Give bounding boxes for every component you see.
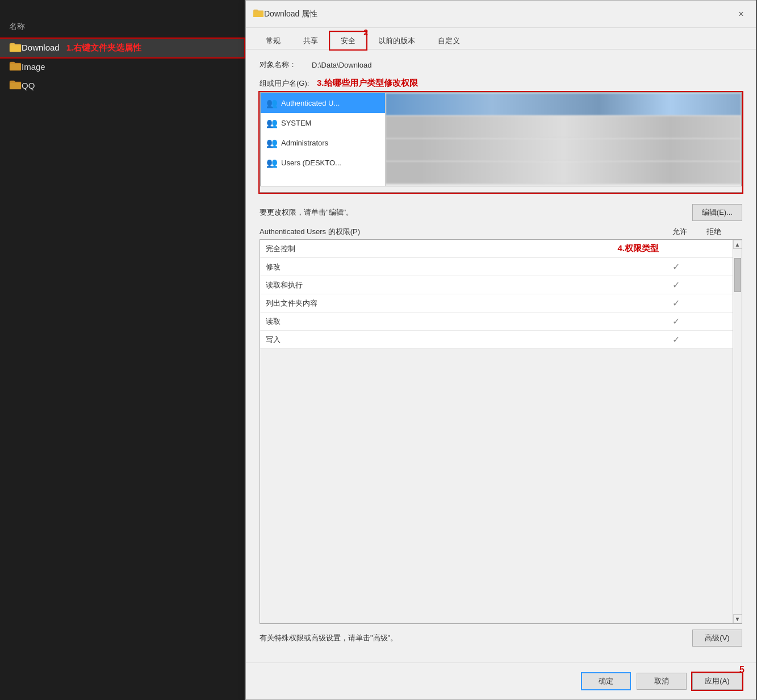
- user-item-system[interactable]: 👥 SYSTEM: [261, 113, 385, 133]
- ok-button[interactable]: 确定: [581, 672, 631, 690]
- user-item-users[interactable]: 👥 Users (DESKTO...: [261, 153, 385, 173]
- perm-allow-read: ✓: [659, 316, 693, 327]
- properties-dialog: Download 属性 × 常规 共享 安全 2 以前的版本 自定义 对象名称：…: [245, 0, 756, 700]
- object-value: D:\Data\Download: [312, 61, 372, 69]
- annotation-step1: 1.右键文件夹选属性: [66, 42, 142, 53]
- deny-col-header: 拒绝: [697, 227, 731, 237]
- perm-allow-list-folder: ✓: [659, 298, 693, 309]
- perm-name-read-execute: 读取和执行: [266, 280, 659, 290]
- apply-button[interactable]: 应用(A): [692, 673, 742, 690]
- perm-allow-write: ✓: [659, 334, 693, 345]
- permissions-table: 完全控制 4.权限类型 修改 ✓ 读取和执行 ✓: [260, 240, 733, 623]
- folder-icon-qq: [9, 80, 22, 91]
- group-label: 组或用户名(G): 3.给哪些用户类型修改权限: [260, 78, 742, 89]
- user-item-administrators[interactable]: 👥 Administrators: [261, 133, 385, 153]
- blur-row-2: [386, 116, 741, 139]
- user-list-right-panel: [386, 93, 741, 186]
- file-explorer: 名称 Download 1.右键文件夹选属性 Image QQ: [0, 0, 244, 700]
- blur-row-4: [386, 161, 741, 184]
- permissions-columns: 允许 拒绝: [663, 227, 742, 237]
- dialog-titlebar: Download 属性 ×: [246, 1, 756, 28]
- dialog-content: 对象名称： D:\Data\Download 组或用户名(G): 3.给哪些用户…: [246, 49, 756, 663]
- user-item-authenticated[interactable]: 👥 Authenticated U...: [261, 93, 385, 113]
- user-icon-authenticated: 👥: [266, 98, 278, 109]
- user-icon-users: 👥: [266, 157, 278, 168]
- dialog-close-button[interactable]: ×: [733, 6, 749, 22]
- tab-customize[interactable]: 自定义: [427, 32, 471, 49]
- dialog-footer: 确定 取消 5 应用(A): [246, 663, 756, 699]
- permissions-title: Authenticated Users 的权限(P): [260, 227, 663, 237]
- object-label: 对象名称：: [260, 60, 305, 70]
- annotation-step5-badge: 5: [739, 665, 745, 675]
- permissions-scrollbar[interactable]: ▲ ▼: [733, 240, 742, 623]
- user-list: 👥 Authenticated U... 👥 SYSTEM 👥 Administ…: [261, 93, 386, 186]
- annotation-step3: 3.给哪些用户类型修改权限: [317, 78, 418, 88]
- perm-row-full-control: 完全控制 4.权限类型: [260, 240, 733, 258]
- perm-row-list-folder: 列出文件夹内容 ✓: [260, 294, 733, 312]
- perm-name-read: 读取: [266, 316, 659, 327]
- user-name-administrators: Administrators: [281, 139, 328, 147]
- tab-security[interactable]: 安全 2: [330, 32, 366, 49]
- perm-name-full-control: 完全控制: [266, 244, 608, 254]
- perm-name-modify: 修改: [266, 262, 659, 272]
- scrollbar-thumb[interactable]: [734, 258, 741, 292]
- file-item-download[interactable]: Download 1.右键文件夹选属性: [0, 39, 244, 57]
- folder-icon-image: [9, 61, 22, 73]
- perm-row-modify: 修改 ✓: [260, 258, 733, 276]
- edit-btn-row: 要更改权限，请单击"编辑"。 编辑(E)...: [260, 204, 742, 221]
- cancel-button[interactable]: 取消: [637, 673, 687, 690]
- tab-general[interactable]: 常规: [255, 32, 291, 49]
- tab-previous-versions[interactable]: 以前的版本: [367, 32, 426, 49]
- edit-button[interactable]: 编辑(E)...: [692, 204, 742, 221]
- tabs-bar: 常规 共享 安全 2 以前的版本 自定义: [246, 28, 756, 49]
- perm-row-read-execute: 读取和执行 ✓: [260, 276, 733, 294]
- tab-share[interactable]: 共享: [292, 32, 329, 49]
- user-icon-administrators: 👥: [266, 138, 278, 148]
- file-name-qq: QQ: [22, 81, 35, 90]
- file-name-download: Download: [22, 43, 60, 52]
- blur-row-3: [386, 139, 741, 161]
- scrollbar-up-arrow[interactable]: ▲: [733, 240, 742, 249]
- perm-name-write: 写入: [266, 335, 659, 345]
- user-icon-system: 👥: [266, 118, 278, 128]
- user-name-users: Users (DESKTO...: [281, 159, 341, 167]
- user-list-container: 👥 Authenticated U... 👥 SYSTEM 👥 Administ…: [260, 93, 742, 186]
- perm-allow-read-execute: ✓: [659, 280, 693, 290]
- advanced-button[interactable]: 高级(V): [692, 630, 742, 647]
- permissions-section: Authenticated Users 的权限(P) 允许 拒绝 完全控制 4.…: [260, 227, 742, 624]
- folder-icon-download: [9, 42, 22, 54]
- dialog-title-text: Download 属性: [264, 9, 733, 19]
- perm-row-write: 写入 ✓: [260, 331, 733, 349]
- file-item-qq[interactable]: QQ: [0, 76, 244, 95]
- blur-row-1: [386, 93, 741, 116]
- scrollbar-down-arrow[interactable]: ▼: [733, 614, 742, 623]
- file-item-image[interactable]: Image: [0, 57, 244, 76]
- perm-row-read: 读取 ✓: [260, 312, 733, 331]
- permissions-header-row: Authenticated Users 的权限(P) 允许 拒绝: [260, 227, 742, 237]
- permissions-table-wrapper: 完全控制 4.权限类型 修改 ✓ 读取和执行 ✓: [260, 239, 742, 624]
- user-list-wrapper: 👥 Authenticated U... 👥 SYSTEM 👥 Administ…: [260, 92, 742, 193]
- perm-allow-modify: ✓: [659, 261, 693, 272]
- user-name-authenticated: Authenticated U...: [281, 99, 340, 107]
- user-name-system: SYSTEM: [281, 119, 311, 127]
- advanced-row: 有关特殊权限或高级设置，请单击"高级"。 高级(V): [260, 630, 742, 647]
- file-name-image: Image: [22, 62, 45, 72]
- perm-name-list-folder: 列出文件夹内容: [266, 298, 659, 309]
- object-name-row: 对象名称： D:\Data\Download: [260, 60, 742, 70]
- apply-btn-wrapper: 5 应用(A): [692, 673, 742, 690]
- allow-col-header: 允许: [663, 227, 697, 237]
- explorer-header: 名称: [0, 17, 244, 36]
- annotation-step4: 4.权限类型: [617, 243, 659, 254]
- special-permissions-text: 有关特殊权限或高级设置，请单击"高级"。: [260, 633, 692, 643]
- dialog-title-folder-icon: [253, 9, 264, 20]
- change-permissions-text: 要更改权限，请单击"编辑"。: [260, 207, 692, 218]
